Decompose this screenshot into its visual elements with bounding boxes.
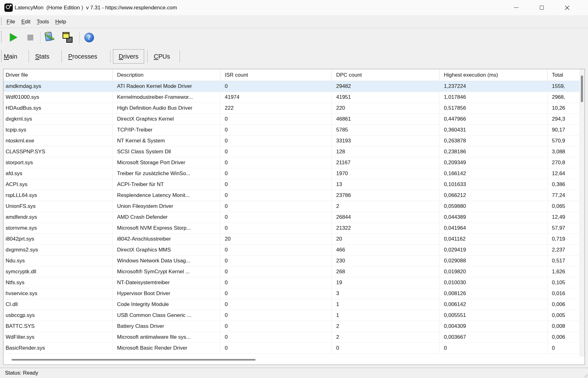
table-row[interactable]: HDAudBus.sysHigh Definition Audio Bus Dr… — [3, 103, 585, 114]
app-icon — [4, 3, 13, 12]
table-cell: High Definition Audio Bus Driver — [112, 103, 220, 113]
table-cell: 2968, — [547, 92, 585, 103]
column-header-description[interactable]: Description — [112, 69, 220, 81]
windows-stack-button[interactable] — [62, 31, 73, 44]
table-cell: 0,029419 — [439, 245, 547, 255]
table-cell: 0 — [220, 245, 332, 255]
column-header-highest-execution[interactable]: Highest execution (ms) — [439, 69, 547, 81]
close-button[interactable] — [560, 0, 574, 15]
vertical-scrollbar[interactable] — [579, 69, 585, 356]
table-cell: 0,517 — [547, 256, 585, 266]
menu-help-rest: elp — [59, 19, 66, 25]
table-cell: USB Common Class Generic ... — [112, 310, 220, 321]
table-cell: 0 — [220, 81, 332, 92]
status-text: Status: Ready — [5, 368, 38, 378]
table-row[interactable]: Wdf01000.sysKernelmodustreiber-Framewor.… — [3, 92, 585, 103]
table-row[interactable]: dxgmms2.sysDirectX Graphics MMS04660,029… — [3, 245, 585, 256]
toolbar: ? — [0, 28, 588, 47]
table-cell: i8042prt.sys — [3, 234, 112, 244]
tab-main-rest: ain — [9, 53, 17, 60]
menu-item-help[interactable]: Help — [52, 15, 69, 28]
table-row[interactable]: rspLLL64.sysResplendence Latency Monit..… — [3, 190, 585, 201]
menu-item-edit[interactable]: Edit — [18, 15, 33, 28]
vertical-scrollbar-thumb[interactable] — [581, 75, 583, 102]
window-front-icon — [63, 32, 69, 39]
statusbar: Status: Ready — [0, 368, 588, 378]
table-cell: 220 — [332, 103, 439, 113]
table-cell: Resplendence Latency Monit... — [112, 190, 220, 201]
table-cell: 0,005 — [547, 310, 585, 321]
column-header-isr-count[interactable]: ISR count — [220, 69, 332, 81]
table-cell: 0 — [220, 157, 332, 168]
table-cell: 270,8 — [547, 157, 585, 168]
table-cell: 0 — [332, 343, 439, 353]
table-cell: 0,066212 — [439, 190, 547, 201]
table-row[interactable]: BasicRender.sysMicrosoft Basic Render Dr… — [3, 343, 585, 354]
minimize-button[interactable] — [509, 0, 523, 15]
help-button[interactable]: ? — [83, 31, 95, 44]
table-cell: 0,029088 — [439, 256, 547, 266]
tabbar-gripper — [1, 50, 2, 62]
table-row[interactable]: ntoskrnl.exeNT Kernel & System0331930,26… — [3, 136, 585, 146]
table-row[interactable]: dxgkrnl.sysDirectX Graphics Kernel046861… — [3, 114, 585, 125]
table-row[interactable]: tcpip.sysTCP/IP-Treiber057850,36043190,1… — [3, 125, 585, 136]
tab-separator — [29, 50, 29, 63]
stop-monitor-button[interactable] — [25, 32, 35, 43]
tab-separator — [180, 50, 180, 63]
table-row[interactable]: hvservice.sysHypervisor Boot Driver030,0… — [3, 288, 585, 299]
table-row[interactable]: usbccgp.sysUSB Common Class Generic ...0… — [3, 310, 585, 321]
resize-grip[interactable] — [583, 373, 587, 377]
table-row[interactable]: BATTC.SYSBattery Class Driver020,0043090… — [3, 321, 585, 332]
window-title: LatencyMon (Home Edition ) v 7.31 - http… — [15, 0, 177, 15]
table-row[interactable]: stornvme.sysMicrosoft NVM Express Storp.… — [3, 223, 585, 234]
tab-stats-rest: tats — [39, 53, 49, 60]
table-cell: 1,237224 — [439, 81, 547, 92]
tab-drivers[interactable]: Drivers — [113, 49, 144, 64]
table-cell: NT-Dateisystemtreiber — [112, 277, 220, 288]
table-cell: 2,237 — [547, 245, 585, 255]
table-row[interactable]: amdkmdag.sysATI Radeon Kernel Mode Drive… — [3, 81, 585, 92]
start-monitor-button[interactable] — [8, 32, 19, 43]
tab-processes-rest: rocesses — [72, 53, 97, 60]
table-cell: 33193 — [332, 136, 439, 146]
table-row[interactable]: symcryptk.dllMicrosoft® SymCrypt Kernel … — [3, 266, 585, 277]
table-cell: AMD Crash Defender — [112, 212, 220, 222]
table-row[interactable]: amdfendr.sysAMD Crash Defender0268440,04… — [3, 212, 585, 223]
table-cell: 268 — [332, 266, 439, 277]
table-cell: 13 — [332, 179, 439, 190]
table-cell: 0,238186 — [439, 146, 547, 157]
tab-processes[interactable]: Processes — [68, 47, 97, 66]
column-header-dpc-count[interactable]: DPC count — [332, 69, 439, 81]
table-cell: 0,004309 — [439, 321, 547, 332]
app-icon-notch — [10, 5, 12, 6]
table-row[interactable]: WdFilter.sysMicrosoft antimalware file s… — [3, 332, 585, 343]
tab-cpus[interactable]: CPUs — [154, 47, 170, 66]
table-row[interactable]: Ntfs.sysNT-Dateisystemtreiber0190,010030… — [3, 277, 585, 288]
table-cell: BasicRender.sys — [3, 343, 112, 353]
table-cell: symcryptk.dll — [3, 266, 112, 277]
menubar-gripper — [1, 18, 2, 25]
table-row[interactable]: UnionFS.sysUnion Filesystem Driver020,05… — [3, 201, 585, 212]
column-header-total[interactable]: Total — [547, 69, 585, 81]
menu-item-tools[interactable]: Tools — [34, 15, 52, 28]
menu-item-file[interactable]: File — [3, 15, 18, 28]
table-row[interactable]: CLASSPNP.SYSSCSI Class System Dll01280,2… — [3, 146, 585, 157]
table-cell: 0 — [220, 179, 332, 190]
tab-main[interactable]: Main — [4, 47, 17, 66]
column-header-driver-file[interactable]: Driver file — [3, 69, 112, 81]
table-row[interactable]: storport.sysMicrosoft Storage Port Drive… — [3, 157, 585, 168]
table-cell: Microsoft antimalware file sys... — [112, 332, 220, 342]
table-cell: 77,24 — [547, 190, 585, 201]
table-row[interactable]: CI.dllCode Integrity Module010,0061420,0… — [3, 299, 585, 310]
horizontal-scrollbar-thumb[interactable] — [12, 359, 256, 361]
tab-stats[interactable]: Stats — [35, 47, 49, 66]
analyze-tool-button[interactable] — [44, 31, 55, 44]
table-row[interactable]: ACPI.sysACPI-Treiber für NT0130,1016330,… — [3, 179, 585, 190]
table-row[interactable]: Ndu.sysWindows Network Data Usag...02300… — [3, 256, 585, 266]
table-cell: Microsoft Storage Port Driver — [112, 157, 220, 168]
table-row[interactable]: afd.sysTreiber für zusätzliche WinSo...0… — [3, 168, 585, 179]
maximize-button[interactable] — [534, 0, 549, 15]
table-cell: 19 — [332, 277, 439, 288]
table-row[interactable]: i8042prt.sysi8042-Anschlusstreiber20200,… — [3, 234, 585, 245]
table-cell: afd.sys — [3, 168, 112, 179]
